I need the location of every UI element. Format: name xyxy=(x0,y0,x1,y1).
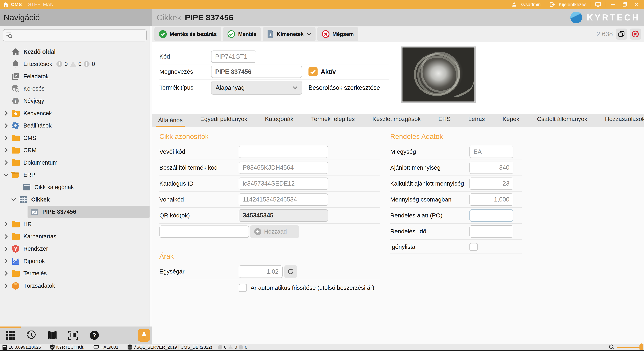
sidebar-item-riportok[interactable]: Riportok xyxy=(0,255,150,267)
outputs-button[interactable]: Kimenetek xyxy=(263,27,316,41)
tab-altalanos[interactable]: Általános xyxy=(156,117,184,127)
book-icon[interactable] xyxy=(42,331,63,340)
ajanlott-input[interactable]: 340 xyxy=(470,162,514,174)
tab-egyedi-peldanyok[interactable]: Egyedi példányok xyxy=(198,116,249,127)
sidebar-item-cms[interactable]: CMS xyxy=(0,132,150,144)
barcode-scan-icon[interactable] xyxy=(63,331,84,340)
info-badge-icon: i xyxy=(56,61,62,67)
sidebar-item-nevjegy[interactable]: i Névjegy xyxy=(0,95,150,107)
restore-button[interactable] xyxy=(621,1,628,8)
sidebar-item-karbantartas[interactable]: Karbantartás xyxy=(0,230,150,242)
product-image[interactable] xyxy=(401,46,476,103)
svg-text:!: ! xyxy=(72,63,74,67)
chevron-right-icon[interactable] xyxy=(3,136,9,140)
sidebar-item-cikkek[interactable]: Cikkek xyxy=(0,194,150,206)
minimize-button[interactable] xyxy=(610,1,617,8)
termek-tipus-select[interactable]: Alapanyag xyxy=(211,81,302,95)
megnevezes-input[interactable]: PIPE 837456 xyxy=(211,66,302,78)
egysegar-input[interactable]: 1.02 xyxy=(239,266,283,278)
megyseg-input[interactable]: EA xyxy=(470,146,514,158)
host-item: HAL9001 xyxy=(94,345,118,350)
sidebar-item-termeles[interactable]: Termelés xyxy=(0,267,150,280)
vonalkod-input[interactable]: 1142415345246534 xyxy=(239,194,328,206)
megyseg-row: M.egység EA xyxy=(390,145,522,160)
toolbar: Mentés és bezárás Mentés Kimenetek Mégse… xyxy=(152,26,644,42)
zoom-slider-thumb[interactable] xyxy=(640,344,643,351)
zoom-slider[interactable] xyxy=(617,347,642,348)
csomag-input[interactable]: 1,000 xyxy=(470,194,514,206)
sidebar-search-input[interactable] xyxy=(13,30,146,41)
sidebar-item-pipe-837456[interactable]: PIPE 837456 xyxy=(28,206,150,218)
tab-termek-felepites[interactable]: Termék felépítés xyxy=(309,116,357,127)
sidebar-item-erp[interactable]: ERP xyxy=(0,169,150,181)
history-icon[interactable] xyxy=(21,330,42,340)
kod-input[interactable]: PIP741GT1 xyxy=(211,50,256,63)
vevoi-kod-input[interactable] xyxy=(239,146,328,158)
tab-csatolt-allomanyok[interactable]: Csatolt állományok xyxy=(535,116,589,127)
tab-kepek[interactable]: Képek xyxy=(500,116,522,127)
chevron-right-icon[interactable] xyxy=(3,246,9,251)
chevron-right-icon[interactable] xyxy=(3,123,9,128)
aktiv-checkbox[interactable] xyxy=(308,67,318,76)
chevron-right-icon[interactable] xyxy=(3,148,9,153)
chevron-down-icon[interactable] xyxy=(11,198,16,201)
tab-hozzaszolasok[interactable]: Hozzászólások xyxy=(603,116,644,127)
home-icon[interactable] xyxy=(3,2,8,7)
chevron-right-icon[interactable] xyxy=(3,222,9,226)
refresh-price-button[interactable] xyxy=(284,265,297,278)
add-qr-button[interactable]: Hozzáad xyxy=(250,225,299,238)
ar-auto-checkbox[interactable] xyxy=(239,284,247,292)
logout-icon xyxy=(549,2,555,7)
sidebar-item-feladatok[interactable]: Feladatok xyxy=(0,70,150,82)
katalogus-id-input[interactable]: ic3457344SEDE12 xyxy=(239,178,328,190)
vevoi-kod-row: Vevői kód xyxy=(160,145,380,160)
close-button[interactable] xyxy=(632,1,640,8)
tab-leiras[interactable]: Leírás xyxy=(466,116,487,127)
version-icon xyxy=(2,345,7,350)
chevron-right-icon[interactable] xyxy=(3,271,9,276)
pin-button[interactable] xyxy=(138,329,150,342)
logout-button[interactable]: Kijelentkezés xyxy=(559,2,586,7)
sidebar-search[interactable] xyxy=(3,29,147,42)
save-close-button[interactable]: Mentés és bezárás xyxy=(154,27,221,41)
monitor-icon[interactable] xyxy=(595,2,601,7)
sidebar-item-hr[interactable]: HR xyxy=(0,218,150,230)
notification-badges: i 0 ! 0 ! 0 xyxy=(56,61,95,67)
tab-kategoriak[interactable]: Kategóriák xyxy=(263,116,296,127)
cancel-button[interactable]: Mégsem xyxy=(317,27,358,41)
sidebar-item-cikk-kategoriak[interactable]: Cikk kategóriák xyxy=(0,181,150,193)
duplicate-window-button[interactable] xyxy=(616,28,627,40)
sidebar-item-ertesitesek[interactable]: Értesítések i 0 ! 0 ! 0 xyxy=(0,58,150,70)
new-qr-input[interactable] xyxy=(160,226,249,238)
sidebar-item-kereses[interactable]: Keresés xyxy=(0,82,150,95)
sidebar-item-kezdo-oldal[interactable]: Kezdő oldal xyxy=(0,46,150,58)
sidebar-item-dokumentum[interactable]: Dokumentum xyxy=(0,156,150,168)
beszallitoi-kod-input[interactable]: P83465KJDH4564 xyxy=(239,162,328,174)
chevron-right-icon[interactable] xyxy=(3,259,9,264)
chevron-right-icon[interactable] xyxy=(3,160,9,165)
save-button[interactable]: Mentés xyxy=(223,27,261,41)
tab-ehs[interactable]: EHS xyxy=(436,116,453,127)
section-title-rendeles-adatok: Rendelés Adatok xyxy=(390,132,522,140)
rendelesi-ido-input[interactable] xyxy=(470,225,514,238)
sidebar-item-kedvencek[interactable]: Kedvencek xyxy=(0,107,150,120)
help-icon[interactable]: ? xyxy=(84,331,105,340)
apps-grid-icon[interactable] xyxy=(0,331,21,340)
rendeles-alatt-input[interactable] xyxy=(470,210,514,222)
sidebar-item-beallitasok[interactable]: Beállítások xyxy=(0,120,150,132)
close-record-button[interactable] xyxy=(630,28,641,40)
sidebar-item-torzsadatok[interactable]: Törzsadatok xyxy=(0,280,150,292)
sidebar-item-rendszer[interactable]: Rendszer xyxy=(0,242,150,255)
tab-keszlet-mozgasok[interactable]: Készlet mozgások xyxy=(370,116,423,127)
chevron-right-icon[interactable] xyxy=(3,111,9,116)
chevron-down-icon[interactable] xyxy=(3,173,9,177)
sidebar-item-crm[interactable]: CRM xyxy=(0,144,150,156)
chevron-right-icon[interactable] xyxy=(3,234,9,239)
kalkulalt-input[interactable]: 23 xyxy=(470,178,514,190)
username[interactable]: sysadmin xyxy=(521,2,541,7)
besorolasok-link[interactable]: Besorolások szerkesztése xyxy=(308,84,380,91)
chevron-right-icon[interactable] xyxy=(3,283,9,288)
sidebar-scrollbar[interactable] xyxy=(150,26,152,326)
csomag-row: Mennyiség csomagban 1,000 xyxy=(390,192,522,208)
igenylista-checkbox[interactable] xyxy=(470,243,478,251)
